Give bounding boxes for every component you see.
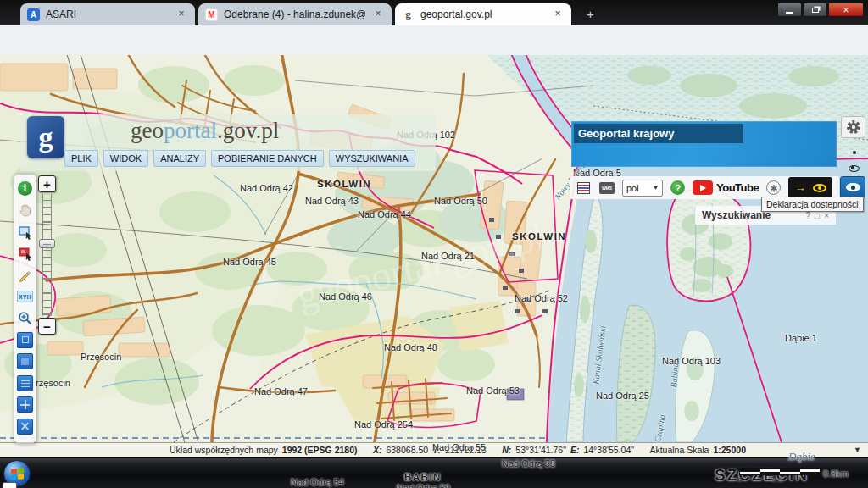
- y-value: 211722.13: [445, 445, 487, 455]
- language-select[interactable]: pol▼: [622, 180, 663, 197]
- e-label: E:: [570, 445, 580, 455]
- menu-plik[interactable]: PLIK: [64, 150, 98, 167]
- menu-wyszukiwania[interactable]: WYSZUKIWANIA: [329, 150, 415, 167]
- new-tab-button[interactable]: +: [581, 6, 599, 24]
- layer-tool-4-button[interactable]: [17, 396, 33, 413]
- zoom-slider-track[interactable]: [42, 194, 52, 316]
- zoom-slider-handle[interactable]: [39, 239, 55, 248]
- lines-icon: [21, 380, 30, 387]
- select-red-button[interactable]: [17, 246, 33, 262]
- eye-icon: [849, 165, 860, 172]
- font-size-dot-button[interactable]: [846, 147, 862, 158]
- tab-title: Odebrane (4) - halina.zdunek@in: [224, 8, 365, 20]
- coordinates-readout: Układ współrzędnych mapy 1992 (EPSG 2180…: [170, 445, 746, 455]
- zoom-in-button[interactable]: +: [38, 175, 56, 192]
- cross-icon: [20, 422, 30, 431]
- gmail-favicon-icon: M: [205, 8, 218, 21]
- tab-gmail[interactable]: M Odebrane (4) - halina.zdunek@in ×: [198, 3, 392, 25]
- panel-close-icon[interactable]: ×: [824, 211, 829, 220]
- tab-close-icon[interactable]: ×: [371, 8, 385, 21]
- legend-icon[interactable]: [576, 180, 592, 196]
- top-toolbar: WMS pol▼ ? YouTube ∗ →: [570, 176, 839, 199]
- tooltip: Deklaracja dostepności: [761, 197, 864, 212]
- square-fill-icon: [21, 358, 29, 365]
- eye-icon: [846, 183, 860, 191]
- identify-info-button[interactable]: i: [17, 180, 33, 197]
- e-value: 14°38'55.04": [583, 445, 634, 455]
- dot-icon: [853, 151, 856, 154]
- scale-value: 1:25000: [713, 445, 746, 455]
- statusbar-dropdown-icon[interactable]: ▼: [854, 446, 861, 454]
- overview-map-button[interactable]: [3, 482, 17, 488]
- hand-icon: [18, 202, 33, 218]
- wms-icon[interactable]: WMS: [599, 182, 615, 194]
- tab-title: ASARI: [46, 8, 169, 20]
- tab-asari[interactable]: A ASARI ×: [20, 3, 195, 25]
- tab-close-icon[interactable]: ×: [175, 8, 188, 21]
- settings-gear-button[interactable]: [841, 116, 865, 138]
- main-menu: PLIK WIDOK ANALIZY POBIERANIE DANYCH WYS…: [64, 150, 415, 167]
- tab-close-icon[interactable]: ×: [551, 8, 565, 21]
- zoom-out-button[interactable]: −: [38, 318, 56, 335]
- accessibility-toolbar[interactable]: →: [788, 177, 832, 198]
- youtube-button[interactable]: YouTube: [693, 180, 759, 195]
- map-canvas[interactable]: geoportal.gov.pl: [0, 55, 868, 442]
- contrast-small-button[interactable]: [844, 162, 863, 175]
- arrow-icon[interactable]: →: [795, 182, 806, 193]
- plus-icon: [20, 400, 30, 409]
- pan-hand-button[interactable]: [17, 202, 33, 219]
- tab-geoportal[interactable]: g geoportal.gov.pl ×: [395, 3, 571, 25]
- panel-undock-icon[interactable]: □: [815, 211, 820, 220]
- pencil-icon: [18, 268, 33, 283]
- zoom-box-button[interactable]: [17, 310, 33, 326]
- panel-help-icon[interactable]: ?: [806, 211, 811, 220]
- chevron-down-icon: ▼: [653, 185, 659, 191]
- n-label: N:: [502, 445, 511, 455]
- site-title: geoportal.gov.pl: [131, 118, 279, 144]
- menu-pobieranie-danych[interactable]: POBIERANIE DANYCH: [211, 150, 324, 167]
- youtube-play-icon: [693, 180, 713, 195]
- select-rectangle-icon: [18, 225, 33, 240]
- contrast-eye-icon[interactable]: [813, 184, 826, 192]
- crs-prefix: Układ współrzędnych mapy: [170, 445, 278, 455]
- tab-title: geoportal.gov.pl: [420, 8, 545, 20]
- banner-title: Geoportal krajowy: [578, 127, 674, 140]
- x-label: X:: [373, 445, 382, 455]
- n-value: 53°31'41.76": [515, 445, 566, 455]
- geoportal-logo[interactable]: g: [27, 116, 64, 158]
- scale-end: 0.6km: [823, 469, 849, 479]
- wheel-icon[interactable]: ∗: [766, 180, 781, 195]
- geoportal-favicon-icon: g: [402, 8, 415, 21]
- window-close-button[interactable]: ×: [828, 3, 864, 17]
- select-area-button[interactable]: [17, 224, 33, 240]
- layer-tool-5-button[interactable]: [17, 419, 33, 435]
- scale-label: Aktualna Skala: [649, 445, 709, 455]
- browser-titlebar: A ASARI × M Odebrane (4) - halina.zdunek…: [0, 0, 868, 25]
- map-scale-bar: 0 0.3 0.6km: [715, 463, 859, 486]
- xyh-coordinates-button[interactable]: XYH: [17, 289, 33, 305]
- geoportal-header: g geoportal.gov.pl PLIK WIDOK ANALIZY PO…: [20, 114, 436, 171]
- gear-icon: [845, 119, 862, 136]
- map-statusbar: Układ współrzędnych mapy 1992 (EPSG 2180…: [0, 442, 868, 458]
- layer-tool-1-button[interactable]: [17, 332, 33, 348]
- help-icon[interactable]: ?: [670, 180, 685, 195]
- browser-addressbar: ← → ↻ mapy.geoportal.gov.pl/imap/Imgp_2.…: [0, 25, 868, 55]
- window-restore-button[interactable]: [803, 3, 827, 17]
- geoportal-krajowy-banner[interactable]: Geoportal krajowy: [571, 121, 837, 167]
- magnifier-plus-icon: [18, 311, 33, 326]
- window-minimize-button[interactable]: [777, 3, 802, 17]
- draw-pencil-button[interactable]: [17, 267, 33, 283]
- asari-favicon-icon: A: [27, 8, 40, 21]
- accessibility-declaration-button[interactable]: [840, 176, 865, 198]
- window-controls: ×: [777, 3, 864, 17]
- crs-value: 1992 (EPSG 2180): [282, 445, 358, 455]
- map-region: geoportal.gov.pl Nad Odrą 102Nad Odrą 5N…: [0, 55, 868, 442]
- layer-tool-2-button[interactable]: [17, 353, 33, 369]
- menu-analizy[interactable]: ANALIZY: [153, 150, 206, 167]
- scale-bar-segments: [739, 468, 821, 475]
- layer-tool-3-button[interactable]: [17, 375, 33, 391]
- x-value: 638068.50: [386, 445, 428, 455]
- menu-widok[interactable]: WIDOK: [103, 150, 148, 167]
- square-outline-icon: [22, 336, 29, 343]
- scale-mid: 0.3: [772, 476, 782, 484]
